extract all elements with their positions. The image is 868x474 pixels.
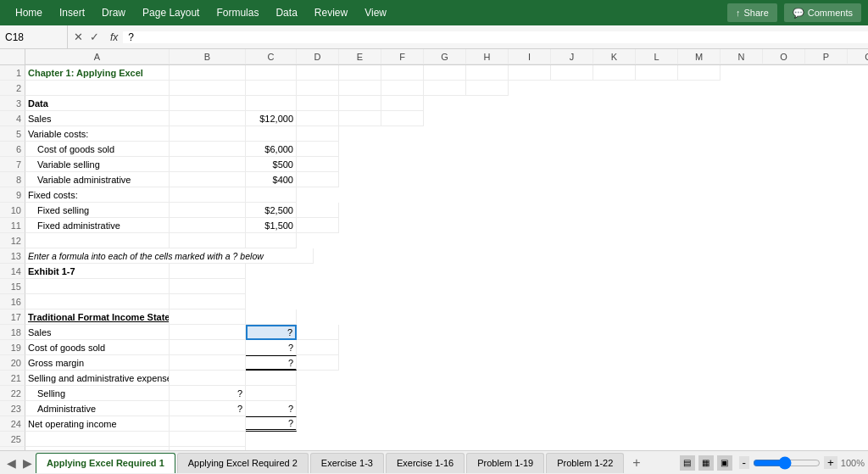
cell-a20[interactable]: Gross margin xyxy=(25,355,170,371)
row-number: 2 xyxy=(0,81,25,96)
cell-d1[interactable] xyxy=(297,65,339,81)
cell-a24[interactable]: Net operating income xyxy=(25,416,170,432)
menu-data[interactable]: Data xyxy=(267,0,305,25)
cell-a18[interactable]: Sales xyxy=(25,325,170,340)
cell-c11[interactable]: $1,500 xyxy=(246,218,297,233)
tab-next-icon[interactable]: ▶ xyxy=(19,456,36,470)
tab-prev-icon[interactable]: ◀ xyxy=(3,456,19,470)
zoom-in-button[interactable]: + xyxy=(824,456,837,469)
col-header-h[interactable]: H xyxy=(466,49,509,64)
row-number: 5 xyxy=(0,126,25,142)
cell-a23[interactable]: Administrative xyxy=(25,401,170,416)
name-box-input[interactable]: C18 xyxy=(5,31,47,43)
cell-c23[interactable]: ? xyxy=(246,401,297,416)
zoom-out-button[interactable]: - xyxy=(739,456,749,469)
cell-c20[interactable]: ? xyxy=(246,355,297,371)
cell-a6[interactable]: Cost of goods sold xyxy=(25,142,170,157)
cell-c10[interactable]: $2,500 xyxy=(246,203,297,218)
cell-c18[interactable]: ? xyxy=(246,325,297,340)
cell-a22[interactable]: Selling xyxy=(25,386,170,401)
menu-formulas[interactable]: Formulas xyxy=(208,0,267,25)
add-sheet-button[interactable]: + xyxy=(626,455,647,471)
cell-a14[interactable]: Exhibit 1-7 xyxy=(25,264,170,279)
cell-a13[interactable]: Enter a formula into each of the cells m… xyxy=(25,248,314,264)
cell-a2[interactable] xyxy=(25,81,170,96)
col-header-j[interactable]: J xyxy=(551,49,593,64)
col-header-d[interactable]: D xyxy=(297,49,339,64)
col-header-c[interactable]: C xyxy=(246,49,297,64)
cell-a1[interactable]: Chapter 1: Applying Excel xyxy=(25,65,170,81)
cancel-icon[interactable]: ✕ xyxy=(71,31,86,43)
col-header-k[interactable]: K xyxy=(593,49,636,64)
cell-c4[interactable]: $12,000 xyxy=(246,111,297,126)
cell-b1[interactable] xyxy=(170,65,246,81)
menu-page-layout[interactable]: Page Layout xyxy=(134,0,208,25)
table-row: 11 Fixed administrative $1,500 xyxy=(0,218,868,233)
cell-c24[interactable]: ? xyxy=(246,416,297,432)
page-break-view-button[interactable]: ▣ xyxy=(717,455,732,471)
sheet-tab-exercise-1-3[interactable]: Exercise 1-3 xyxy=(310,453,384,473)
cell-g1[interactable] xyxy=(424,65,466,81)
cell-c1[interactable] xyxy=(246,65,297,81)
comments-icon: 💬 xyxy=(793,8,804,19)
sheet-tab-applying-excel-required-2[interactable]: Applying Excel Required 2 xyxy=(177,453,309,473)
col-header-g[interactable]: G xyxy=(424,49,466,64)
cell-b23[interactable]: ? xyxy=(170,401,246,416)
menu-view[interactable]: View xyxy=(356,0,395,25)
scroll-area[interactable]: A B C D E F G H I J K L M N O P Q R S T … xyxy=(0,49,868,450)
cell-a7[interactable]: Variable selling xyxy=(25,157,170,172)
zoom-slider[interactable] xyxy=(753,456,821,470)
cell-a11[interactable]: Fixed administrative xyxy=(25,218,170,233)
table-row: 22 Selling ? xyxy=(0,386,868,401)
cell-a17[interactable]: Traditional Format Income Statement xyxy=(25,309,170,325)
col-header-e[interactable]: E xyxy=(339,49,381,64)
cell-a26[interactable]: Contribution Format Income Statement xyxy=(25,447,170,450)
cell-a5[interactable]: Variable costs: xyxy=(25,126,170,142)
row-number: 17 xyxy=(0,309,25,325)
table-row: 14 Exhibit 1-7 xyxy=(0,264,868,279)
col-header-a[interactable]: A xyxy=(25,49,170,64)
confirm-icon[interactable]: ✓ xyxy=(87,31,102,43)
share-button[interactable]: ↑ Share xyxy=(727,3,777,22)
col-header-m[interactable]: M xyxy=(678,49,721,64)
col-header-b[interactable]: B xyxy=(170,49,246,64)
sheet-tab-problem-1-22[interactable]: Problem 1-22 xyxy=(546,453,624,473)
col-header-i[interactable]: I xyxy=(509,49,551,64)
cell-e1[interactable] xyxy=(339,65,381,81)
comments-button[interactable]: 💬 Comments xyxy=(784,3,861,22)
name-box[interactable]: C18 xyxy=(0,25,68,48)
menu-home[interactable]: Home xyxy=(7,0,51,25)
cell-a9[interactable]: Fixed costs: xyxy=(25,187,170,203)
table-row: 17 Traditional Format Income Statement xyxy=(0,309,868,325)
cell-a10[interactable]: Fixed selling xyxy=(25,203,170,218)
cell-a21[interactable]: Selling and administrative expenses: xyxy=(25,371,170,386)
cell-h1[interactable] xyxy=(466,65,509,81)
col-header-l[interactable]: L xyxy=(636,49,678,64)
menu-draw[interactable]: Draw xyxy=(93,0,134,25)
cell-c6[interactable]: $6,000 xyxy=(246,142,297,157)
col-header-p[interactable]: P xyxy=(805,49,848,64)
sheet-tab-exercise-1-16[interactable]: Exercise 1-16 xyxy=(386,453,465,473)
cell-c19[interactable]: ? xyxy=(246,340,297,355)
formula-input[interactable] xyxy=(123,31,868,43)
sheet-tab-problem-1-19[interactable]: Problem 1-19 xyxy=(466,453,544,473)
row-number: 19 xyxy=(0,340,25,355)
menu-insert[interactable]: Insert xyxy=(51,0,93,25)
col-header-o[interactable]: O xyxy=(763,49,805,64)
col-header-n[interactable]: N xyxy=(721,49,763,64)
cell-f1[interactable] xyxy=(381,65,424,81)
cell-a8[interactable]: Variable administrative xyxy=(25,172,170,187)
cell-b22[interactable]: ? xyxy=(170,386,246,401)
row-number: 14 xyxy=(0,264,25,279)
normal-view-button[interactable]: ▤ xyxy=(680,455,695,471)
cell-a19[interactable]: Cost of goods sold xyxy=(25,340,170,355)
menu-review[interactable]: Review xyxy=(306,0,356,25)
cell-c7[interactable]: $500 xyxy=(246,157,297,172)
col-header-q[interactable]: Q xyxy=(848,49,868,64)
cell-a3[interactable]: Data xyxy=(25,96,170,111)
page-layout-view-button[interactable]: ▦ xyxy=(698,455,714,471)
cell-c8[interactable]: $400 xyxy=(246,172,297,187)
sheet-tab-applying-excel-required-1[interactable]: Applying Excel Required 1 xyxy=(36,453,175,473)
cell-a4[interactable]: Sales xyxy=(25,111,170,126)
col-header-f[interactable]: F xyxy=(381,49,424,64)
